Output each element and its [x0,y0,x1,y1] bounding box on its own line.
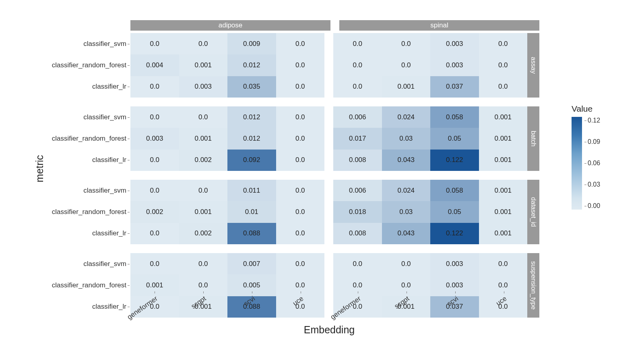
heatmap-cell: 0.003 [179,76,228,98]
heatmap-cell: 0.05 [430,201,479,222]
y-tick-label: classifier_svm [47,106,130,128]
row-strip-batch: batch [527,106,539,171]
heatmap-cell: 0.0 [276,33,325,54]
heatmap-cell: 0.092 [227,150,276,171]
heatmap-cell: 0.0 [276,180,325,201]
y-tick-label: classifier_svm [47,180,130,201]
row-strip-assay: assay [527,33,539,98]
heatmap-cell: 0.03 [382,201,431,222]
heatmap-cell: 0.0 [276,76,325,98]
y-tick-label: classifier_lr [47,150,130,171]
heatmap-cell: 0.018 [333,201,382,222]
x-tick-label: geneformer [334,293,382,321]
heatmap-cell: 0.024 [382,180,431,201]
y-tick-label: classifier_random_forest [47,274,130,296]
heatmap-cell: 0.05 [430,128,479,149]
heatmap-cell: 0.001 [479,106,528,128]
heatmap-panel: 0.00.00.0030.00.00.00.0030.00.00.0010.03… [333,33,527,98]
heatmap-panel: 0.0060.0240.0580.0010.0180.030.050.0010.… [333,180,527,244]
heatmap-cell: 0.058 [430,106,479,128]
x-tick-label: scvi [228,293,277,321]
heatmap-cell: 0.004 [130,54,179,76]
legend-tick: 0.00 [584,202,600,210]
heatmap-cell: 0.0 [276,150,325,171]
y-tick-label: classifier_lr [47,76,130,98]
color-legend: Value 0.120.090.060.030.00 [572,104,628,210]
heatmap-cell: 0.001 [179,54,228,76]
heatmap-cell: 0.003 [430,33,479,54]
faceted-heatmap-figure: metric classifier_svmclassifier_random_f… [0,0,644,345]
heatmap-cell: 0.122 [430,223,479,244]
heatmap-cell: 0.002 [130,201,179,222]
heatmap-cell: 0.008 [333,223,382,244]
y-tick-label: classifier_random_forest [47,54,130,76]
heatmap-cell: 0.043 [382,150,431,171]
heatmap-cell: 0.035 [227,76,276,98]
heatmap-cell: 0.0 [179,33,228,54]
heatmap-cell: 0.006 [333,106,382,128]
heatmap-cell: 0.0 [382,54,431,76]
heatmap-cell: 0.122 [430,150,479,171]
row-strip-suspension_type: suspension_type [527,253,539,318]
heatmap-cell: 0.01 [227,201,276,222]
column-strip-spinal: spinal [339,20,539,31]
legend-ticks: 0.120.090.060.030.00 [584,117,600,210]
x-tick-label: uce [276,293,325,321]
heatmap-cell: 0.058 [430,180,479,201]
y-tick-label: classifier_lr [47,296,130,318]
column-strip-adipose: adipose [130,20,330,31]
heatmap-cell: 0.0 [179,253,228,274]
heatmap-cell: 0.012 [227,128,276,149]
panels-container: 0.00.00.0090.00.0040.0010.0120.00.00.003… [130,33,539,326]
heatmap-cell: 0.03 [382,128,431,149]
heatmap-cell: 0.001 [479,223,528,244]
x-axis-tick-row: geneformerscgptscviucegeneformerscgptscv… [130,293,528,321]
y-tick-label: classifier_random_forest [47,201,130,222]
x-tick-label: scgpt [382,293,431,321]
heatmap-cell: 0.0 [382,253,431,274]
heatmap-cell: 0.0 [479,253,528,274]
heatmap-cell: 0.0 [276,106,325,128]
y-axis-title: metric [34,155,45,182]
legend-title: Value [572,104,628,114]
heatmap-cell: 0.003 [430,253,479,274]
heatmap-cell: 0.024 [382,106,431,128]
heatmap-cell: 0.017 [333,128,382,149]
legend-color-bar [572,117,582,210]
heatmap-cell: 0.001 [179,128,228,149]
x-tick-label: uce [479,293,528,321]
heatmap-cell: 0.0 [179,106,228,128]
heatmap-cell: 0.0 [130,106,179,128]
y-tick-label: classifier_lr [47,223,130,244]
heatmap-cell: 0.001 [479,128,528,149]
legend-tick: 0.09 [584,138,600,145]
x-tick-label: scgpt [179,293,228,321]
legend-tick: 0.12 [584,117,600,124]
heatmap-cell: 0.0 [130,253,179,274]
heatmap-cell: 0.006 [333,180,382,201]
facet-grid: adiposespinal 0.00.00.0090.00.0040.0010.… [130,20,539,326]
heatmap-cell: 0.0 [479,76,528,98]
legend-tick: 0.03 [584,181,600,188]
heatmap-cell: 0.011 [227,180,276,201]
x-tick-label: scvi [431,293,480,321]
y-axis-title-wrap: metric [32,20,47,326]
y-axis-labels-column: classifier_svmclassifier_random_forestcl… [47,20,130,326]
heatmap-cell: 0.0 [382,33,431,54]
heatmap-cell: 0.009 [227,33,276,54]
heatmap-cell: 0.0 [130,150,179,171]
heatmap-panel: 0.00.00.0110.00.0020.0010.010.00.00.0020… [130,180,324,244]
heatmap-cell: 0.008 [333,150,382,171]
heatmap-cell: 0.0 [130,180,179,201]
heatmap-cell: 0.001 [479,201,528,222]
heatmap-cell: 0.0 [179,180,228,201]
y-tick-label: classifier_random_forest [47,128,130,149]
heatmap-cell: 0.003 [130,128,179,149]
heatmap-panel: 0.00.00.0120.00.0030.0010.0120.00.00.002… [130,106,324,171]
row-strip-dataset_id: dataset_id [527,180,539,244]
heatmap-cell: 0.0 [130,223,179,244]
heatmap-cell: 0.001 [179,201,228,222]
heatmap-cell: 0.0 [130,33,179,54]
y-tick-label: classifier_svm [47,33,130,54]
heatmap-cell: 0.002 [179,150,228,171]
